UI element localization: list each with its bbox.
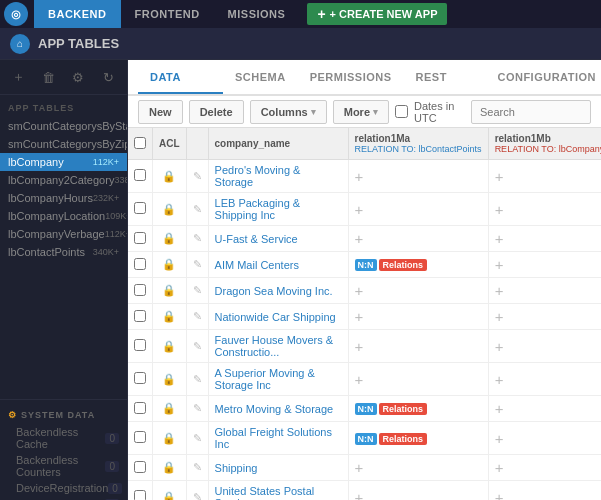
relations-link[interactable]: Relations	[379, 259, 428, 271]
sidebar-item-smCountCategorysByState[interactable]: smCountCategorysByState 3K+	[0, 117, 127, 135]
company-name-link[interactable]: AIM Mail Centers	[215, 259, 299, 271]
tab-permissions[interactable]: PERMISSIONS	[298, 60, 404, 94]
row-acl: 🔒	[153, 226, 187, 252]
tab-data-browser[interactable]: DATA BROWSER	[138, 60, 223, 94]
edit-icon[interactable]: ✎	[193, 203, 202, 215]
company-name-link[interactable]: Metro Moving & Storage	[215, 403, 334, 415]
add-relation-icon[interactable]: +	[355, 230, 364, 247]
company-name-link[interactable]: Pedro's Moving & Storage	[215, 164, 301, 188]
company-name-link[interactable]: United States Postal Service	[215, 485, 315, 500]
row-select-checkbox[interactable]	[134, 339, 146, 351]
delete-button[interactable]: Delete	[189, 100, 244, 124]
company-name-link[interactable]: Dragon Sea Moving Inc.	[215, 285, 333, 297]
sidebar-item-lbContactPoints[interactable]: lbContactPoints 340K+	[0, 243, 127, 261]
row-select-checkbox[interactable]	[134, 372, 146, 384]
company-name-link[interactable]: Fauver House Movers & Constructio...	[215, 334, 334, 358]
add-relation-icon[interactable]: +	[355, 308, 364, 325]
tab-configuration[interactable]: CONFIGURATION	[485, 60, 601, 94]
new-button[interactable]: New	[138, 100, 183, 124]
edit-icon[interactable]: ✎	[193, 432, 202, 444]
add-relation1mb-icon[interactable]: +	[495, 371, 504, 388]
add-relation1mb-icon[interactable]: +	[495, 282, 504, 299]
edit-icon[interactable]: ✎	[193, 310, 202, 322]
row-select-checkbox[interactable]	[134, 169, 146, 181]
add-relation1mb-icon[interactable]: +	[495, 201, 504, 218]
select-all-checkbox[interactable]	[134, 137, 146, 149]
add-relation-icon[interactable]: +	[355, 371, 364, 388]
add-relation1mb-icon[interactable]: +	[495, 168, 504, 185]
add-relation1mb-icon[interactable]: +	[495, 308, 504, 325]
add-relation-icon[interactable]: +	[355, 489, 364, 501]
add-relation-icon[interactable]: +	[355, 459, 364, 476]
search-input[interactable]	[471, 100, 591, 124]
sidebar-item-lbCompany[interactable]: lbCompany 112K+	[0, 153, 127, 171]
company-name-link[interactable]: Global Freight Solutions Inc	[215, 426, 332, 450]
add-relation1mb-icon[interactable]: +	[495, 400, 504, 417]
edit-icon[interactable]: ✎	[193, 491, 202, 501]
sidebar-item-lbCompanyHours[interactable]: lbCompanyHours 232K+	[0, 189, 127, 207]
tab-schema[interactable]: SCHEMA	[223, 60, 298, 94]
company-name-link[interactable]: LEB Packaging & Shipping Inc	[215, 197, 301, 221]
add-relation1mb-icon[interactable]: +	[495, 459, 504, 476]
row-select-checkbox[interactable]	[134, 232, 146, 244]
add-relation1mb-icon[interactable]: +	[495, 230, 504, 247]
edit-icon[interactable]: ✎	[193, 373, 202, 385]
sidebar-item-lbCompany2Category[interactable]: lbCompany2Category 338K+	[0, 171, 127, 189]
sidebar-item-lbCompanyVerbage[interactable]: lbCompanyVerbage 112K+	[0, 225, 127, 243]
row-acl: 🔒	[153, 363, 187, 396]
sidebar-item-lbCompanyLocation[interactable]: lbCompanyLocation 109K+	[0, 207, 127, 225]
row-select-checkbox[interactable]	[134, 490, 146, 500]
add-relation1mb-icon[interactable]: +	[495, 338, 504, 355]
nav-missions[interactable]: MISSIONS	[214, 0, 300, 28]
row-select-checkbox[interactable]	[134, 202, 146, 214]
row-select-checkbox[interactable]	[134, 310, 146, 322]
more-button[interactable]: More ▾	[333, 100, 389, 124]
company-name-link[interactable]: U-Fast & Service	[215, 233, 298, 245]
row-select-checkbox[interactable]	[134, 402, 146, 414]
refresh-icon[interactable]: ↻	[97, 66, 119, 88]
row-company-name: Nationwide Car Shipping	[208, 304, 348, 330]
columns-button[interactable]: Columns ▾	[250, 100, 327, 124]
dates-utc-checkbox[interactable]	[395, 105, 408, 118]
row-acl: 🔒	[153, 160, 187, 193]
row-select-checkbox[interactable]	[134, 431, 146, 443]
edit-icon[interactable]: ✎	[193, 258, 202, 270]
nav-frontend[interactable]: FRONTEND	[121, 0, 214, 28]
row-select-checkbox[interactable]	[134, 284, 146, 296]
add-relation1mb-icon[interactable]: +	[495, 430, 504, 447]
edit-icon[interactable]: ✎	[193, 232, 202, 244]
relations-link[interactable]: Relations	[379, 403, 428, 415]
create-new-app-button[interactable]: + + CREATE NEW APP	[307, 3, 447, 25]
add-table-icon[interactable]: ＋	[8, 66, 30, 88]
add-relation-icon[interactable]: +	[355, 282, 364, 299]
system-item-backendless-counters[interactable]: Backendless Counters 0	[8, 452, 119, 480]
row-checkbox	[128, 330, 153, 363]
add-relation-icon[interactable]: +	[355, 168, 364, 185]
nav-backend[interactable]: BACKEND	[34, 0, 121, 28]
add-relation-icon[interactable]: +	[355, 338, 364, 355]
relations-link[interactable]: Relations	[379, 433, 428, 445]
tab-rest-console[interactable]: REST CONSOLE	[404, 60, 486, 94]
system-item-backendless-cache[interactable]: Backendless Cache 0	[8, 424, 119, 452]
row-relation1ma: +	[348, 481, 488, 501]
company-name-link[interactable]: A Superior Moving & Storage Inc	[215, 367, 315, 391]
sidebar-item-smCountCategorysByZip[interactable]: smCountCategorysByZip 181K+	[0, 135, 127, 153]
edit-icon[interactable]: ✎	[193, 402, 202, 414]
add-relation1mb-icon[interactable]: +	[495, 489, 504, 501]
row-select-checkbox[interactable]	[134, 258, 146, 270]
add-relation-icon[interactable]: +	[355, 201, 364, 218]
edit-icon[interactable]: ✎	[193, 340, 202, 352]
delete-table-icon[interactable]: 🗑	[38, 66, 60, 88]
system-item-loggers[interactable]: Loggers 1	[8, 496, 119, 500]
system-data-label: ⚙ SYSTEM DATA	[8, 410, 119, 424]
row-relation1mb: +	[488, 193, 601, 226]
row-select-checkbox[interactable]	[134, 461, 146, 473]
edit-icon[interactable]: ✎	[193, 284, 202, 296]
add-relation1mb-icon[interactable]: +	[495, 256, 504, 273]
system-item-device-registration[interactable]: DeviceRegistration 0	[8, 480, 119, 496]
edit-icon[interactable]: ✎	[193, 170, 202, 182]
settings-icon[interactable]: ⚙	[67, 66, 89, 88]
edit-icon[interactable]: ✎	[193, 461, 202, 473]
company-name-link[interactable]: Shipping	[215, 462, 258, 474]
company-name-link[interactable]: Nationwide Car Shipping	[215, 311, 336, 323]
